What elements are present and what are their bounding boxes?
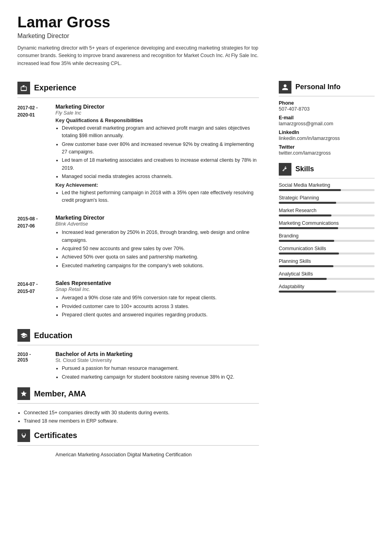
skill-bar-fill bbox=[279, 278, 327, 280]
certificates-header: Certificates bbox=[17, 429, 259, 442]
skill-bar-bg bbox=[279, 240, 375, 242]
certificates-section: Certificates American Marketing Associat… bbox=[17, 429, 259, 459]
education-divider bbox=[17, 345, 259, 345]
star-icon bbox=[20, 390, 27, 397]
resume-container: Lamar Gross Marketing Director Dynamic m… bbox=[0, 0, 392, 477]
edu-bullet-list: Pursued a passion for human resource man… bbox=[55, 365, 259, 381]
member-title: Member, AMA bbox=[34, 389, 86, 398]
edu-bullet-item: Created marketing campaign for student b… bbox=[62, 373, 259, 381]
person-icon bbox=[282, 84, 289, 91]
exp-bullet-item: Provided customer care to 100+ accounts … bbox=[62, 303, 259, 310]
skill-item: Marketing Communications bbox=[279, 220, 375, 229]
skill-item: Market Research bbox=[279, 208, 375, 216]
experience-entry: 2015-08 -2017-06Marketing DirectorBlink … bbox=[17, 214, 259, 271]
exp-company: Snap Retail Inc. bbox=[55, 287, 259, 292]
edu-degree: Bachelor of Arts in Marketing bbox=[55, 351, 259, 357]
exp-bullet-item: Averaged a 90% close rate and 95% conver… bbox=[62, 294, 259, 302]
exp-bullet-item: Led the highest performing campaign in 2… bbox=[62, 189, 259, 205]
exp-bullet-item: Led team of 18 marketing associates and … bbox=[62, 157, 259, 172]
education-title: Education bbox=[34, 331, 72, 340]
candidate-summary: Dynamic marketing director with 5+ years… bbox=[17, 44, 271, 67]
education-entries: 2010 -2015Bachelor of Arts in MarketingS… bbox=[17, 351, 259, 383]
experience-entry: 2014-07 -2015-07Sales RepresentativeSnap… bbox=[17, 280, 259, 320]
exp-bullet-list: Averaged a 90% close rate and 95% conver… bbox=[55, 294, 259, 319]
personal-info-icon bbox=[279, 81, 291, 94]
skill-item: Branding bbox=[279, 233, 375, 242]
exp-bullet-item: Developed overall marketing program and … bbox=[62, 124, 259, 140]
briefcase-icon bbox=[20, 84, 27, 92]
education-section: Education 2010 -2015Bachelor of Arts in … bbox=[17, 329, 259, 383]
skill-bar-bg bbox=[279, 189, 375, 191]
exp-bullet-list: Led the highest performing campaign in 2… bbox=[55, 189, 259, 205]
skill-bar-bg bbox=[279, 214, 375, 216]
experience-divider bbox=[17, 98, 259, 98]
member-section: Member, AMA Connected 15+ companies dire… bbox=[17, 387, 259, 425]
skill-name: Social Media Marketing bbox=[279, 182, 375, 188]
skill-bar-bg bbox=[279, 202, 375, 204]
member-bullet-item: Trained 18 new members in ERP software. bbox=[24, 417, 259, 425]
exp-bullet-item: Increased lead generation by 250% in 201… bbox=[62, 229, 259, 244]
exp-bullet-list: Developed overall marketing program and … bbox=[55, 124, 259, 181]
personal-info-header: Personal Info bbox=[279, 81, 375, 94]
left-column: Experience 2017-02 -2020-01Marketing Dir… bbox=[17, 81, 272, 463]
experience-section: Experience 2017-02 -2020-01Marketing Dir… bbox=[17, 82, 259, 320]
personal-info-divider bbox=[279, 96, 375, 96]
exp-content: Marketing DirectorFly Sale IncKey Qualif… bbox=[55, 103, 259, 206]
exp-date: 2017-02 -2020-01 bbox=[17, 103, 51, 206]
exp-job-title: Sales Representative bbox=[55, 280, 259, 286]
right-column: Personal Info Phone 507-407-8703 E-mail … bbox=[272, 81, 375, 463]
skills-icon bbox=[279, 163, 291, 176]
skill-bar-bg bbox=[279, 265, 375, 267]
skills-section: Skills Social Media MarketingStrategic P… bbox=[279, 163, 375, 293]
member-icon bbox=[17, 387, 30, 400]
skill-item: Social Media Marketing bbox=[279, 182, 375, 191]
skill-bar-bg bbox=[279, 253, 375, 255]
experience-entries: 2017-02 -2020-01Marketing DirectorFly Sa… bbox=[17, 103, 259, 320]
certificates-icon bbox=[17, 429, 30, 442]
exp-bullet-list: Increased lead generation by 250% in 201… bbox=[55, 229, 259, 270]
skill-name: Market Research bbox=[279, 208, 375, 213]
certificates-title: Certificates bbox=[34, 431, 77, 440]
skill-name: Analytical Skills bbox=[279, 271, 375, 277]
member-header: Member, AMA bbox=[17, 387, 259, 400]
experience-title: Experience bbox=[34, 83, 76, 92]
linkedin-label: LinkedIn bbox=[279, 130, 375, 135]
award-icon bbox=[20, 432, 27, 439]
skills-wrench-icon bbox=[282, 166, 289, 173]
phone-value: 507-407-8703 bbox=[279, 106, 375, 112]
linkedin-value: linkedin.com/in/lamarzgross bbox=[279, 136, 375, 141]
candidate-title: Marketing Director bbox=[17, 33, 375, 40]
exp-date: 2015-08 -2017-06 bbox=[17, 214, 51, 271]
skill-bar-fill bbox=[279, 253, 339, 255]
cert-entries: American Marketing Association Digital M… bbox=[17, 451, 259, 459]
skill-bar-fill bbox=[279, 189, 341, 191]
personal-info-section: Personal Info Phone 507-407-8703 E-mail … bbox=[279, 81, 375, 156]
main-row: Experience 2017-02 -2020-01Marketing Dir… bbox=[17, 81, 375, 463]
header: Lamar Gross Marketing Director Dynamic m… bbox=[17, 14, 375, 67]
exp-company: Fly Sale Inc bbox=[55, 110, 259, 116]
exp-bullet-item: Managed social media strategies across c… bbox=[62, 173, 259, 180]
experience-icon bbox=[17, 82, 30, 94]
member-bullet-item: Connected 15+ companies directly with 30… bbox=[24, 409, 259, 417]
skill-name: Marketing Communications bbox=[279, 220, 375, 226]
member-divider bbox=[17, 403, 259, 404]
exp-content: Sales RepresentativeSnap Retail Inc.Aver… bbox=[55, 280, 259, 320]
exp-subtitle: Key Qualifications & Responsibilities bbox=[55, 118, 259, 123]
personal-info-title: Personal Info bbox=[295, 83, 341, 91]
exp-job-title: Marketing Director bbox=[55, 214, 259, 221]
skills-list: Social Media MarketingStrategic Planning… bbox=[279, 182, 375, 293]
skill-bar-fill bbox=[279, 202, 336, 204]
edu-school: St. Cloud State University bbox=[55, 358, 259, 363]
skill-bar-fill bbox=[279, 265, 333, 267]
exp-bullet-item: Prepared client quotes and answered inqu… bbox=[62, 311, 259, 319]
twitter-label: Twitter bbox=[279, 144, 375, 150]
edu-date: 2010 -2015 bbox=[17, 351, 51, 383]
member-content: Connected 15+ companies directly with 30… bbox=[17, 409, 259, 425]
email-value: lamarzgross@gmail.com bbox=[279, 121, 375, 126]
skills-title: Skills bbox=[295, 165, 314, 173]
skills-header: Skills bbox=[279, 163, 375, 176]
education-icon bbox=[17, 329, 30, 342]
skill-bar-fill bbox=[279, 227, 338, 229]
skill-item: Planning Skills bbox=[279, 258, 375, 267]
education-entry: 2010 -2015Bachelor of Arts in MarketingS… bbox=[17, 351, 259, 383]
